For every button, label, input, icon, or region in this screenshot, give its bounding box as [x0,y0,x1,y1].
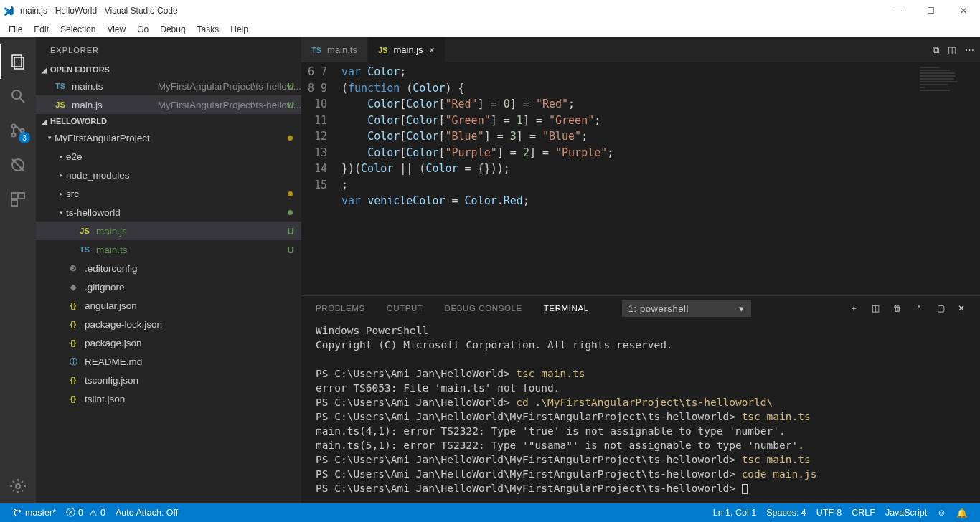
activity-explorer[interactable] [0,44,36,79]
panel-tab-terminal[interactable]: TERMINAL [544,304,589,313]
folder-item[interactable]: ▾MyFirstAngularProject [36,128,301,147]
close-button[interactable]: ✕ [947,0,980,22]
folder-item[interactable]: ▸src [36,184,301,203]
file-item[interactable]: {}package-lock.json [36,315,301,333]
status-spaces[interactable]: Spaces: 4 [761,508,811,518]
editor-tab[interactable]: TSmain.ts [301,37,368,62]
panel-tab-output[interactable]: OUTPUT [387,304,423,313]
status-problems[interactable]: ⓧ0 ⚠0 [61,507,110,519]
window-titlebar: main.js - HelloWorld - Visual Studio Cod… [0,0,980,22]
code-editor[interactable]: 6 7 8 9 10 11 12 13 14 15 var Color; (fu… [301,62,980,295]
status-branch[interactable]: master* [7,508,61,518]
editor-tabs: TSmain.tsJSmain.js×⧉◫⋯ [301,37,980,62]
menu-bar: FileEditSelectionViewGoDebugTasksHelp [0,22,980,37]
activity-scm[interactable]: 3 [0,113,36,148]
file-item[interactable]: ◆.gitignore [36,277,301,296]
close-panel-icon[interactable]: ✕ [958,303,966,313]
split-terminal-icon[interactable]: ◫ [872,303,880,313]
split-icon[interactable]: ◫ [948,44,956,55]
open-editors-header[interactable]: ◢OPEN EDITORS [36,62,301,77]
folder-item[interactable]: ▸e2e [36,147,301,166]
vcs-dot [288,136,293,141]
menu-tasks[interactable]: Tasks [192,23,225,36]
activity-search[interactable] [0,79,36,113]
file-item[interactable]: {}package.json [36,333,301,352]
file-name: main.js [72,100,154,110]
maximize-panel-icon[interactable]: ▢ [937,303,946,313]
file-icon: {} [66,376,80,384]
bottom-panel: PROBLEMSOUTPUTDEBUG CONSOLETERMINAL1: po… [301,295,980,503]
menu-edit[interactable]: Edit [28,23,55,36]
item-name: e2e [66,151,301,162]
file-icon: JS [53,100,67,109]
file-item[interactable]: {}tsconfig.json [36,371,301,389]
item-name: tsconfig.json [85,375,301,386]
item-name: MyFirstAngularProject [55,133,301,143]
code-content[interactable]: var Color; (function (Color) { Color[Col… [341,62,980,295]
status-encoding[interactable]: UTF-8 [811,508,847,518]
menu-view[interactable]: View [101,23,131,36]
svg-point-14 [14,514,15,516]
status-language[interactable]: JavaScript [880,508,932,518]
activity-debug[interactable] [0,148,36,182]
file-icon: TS [77,245,92,254]
file-name: main.ts [72,81,154,92]
svg-point-2 [12,90,21,99]
status-cursor[interactable]: Ln 1, Col 1 [708,508,761,518]
editor-tab[interactable]: JSmain.js× [368,37,446,62]
compare-icon[interactable]: ⧉ [933,44,939,56]
status-bell-icon[interactable]: 🔔 [951,508,973,518]
close-icon[interactable]: × [429,44,435,56]
menu-debug[interactable]: Debug [154,23,191,36]
open-editor-item[interactable]: TSmain.tsMyFirstAngularProject\ts-hellow… [36,77,301,95]
file-icon: {} [66,338,80,347]
panel-tab-debug-console[interactable]: DEBUG CONSOLE [445,304,522,313]
file-item[interactable]: {}angular.json [36,296,301,315]
open-editor-item[interactable]: JSmain.jsMyFirstAngularProject\ts-hellow… [36,95,301,114]
terminal-select[interactable]: 1: powershell▾ [622,300,751,317]
svg-rect-9 [11,193,17,199]
file-icon: JS [77,227,92,235]
panel-up-icon[interactable]: ＾ [915,303,924,314]
file-item[interactable]: TSmain.tsU [36,240,301,259]
file-item[interactable]: {}tslint.json [36,389,301,408]
chevron-down-icon: ▾ [739,303,745,314]
panel-tab-problems[interactable]: PROBLEMS [316,304,365,313]
file-icon: JS [378,46,387,54]
terminal[interactable]: Windows PowerShell Copyright (C) Microso… [301,321,980,503]
more-icon[interactable]: ⋯ [965,44,974,55]
file-item[interactable]: ⓘREADME.md [36,352,301,371]
svg-rect-11 [11,200,17,206]
file-icon: {} [66,394,80,403]
folder-item[interactable]: ▸node_modules [36,166,301,184]
kill-terminal-icon[interactable]: 🗑 [893,304,903,313]
repo-header[interactable]: ◢HELLOWORLD [36,114,301,128]
file-icon: ◆ [66,283,80,292]
file-item[interactable]: JSmain.jsU [36,222,301,240]
status-auto-attach[interactable]: Auto Attach: Off [110,508,183,518]
menu-help[interactable]: Help [225,23,254,36]
vscode-icon [0,5,17,16]
activity-settings[interactable] [0,469,36,503]
line-gutter: 6 7 8 9 10 11 12 13 14 15 [301,62,341,295]
maximize-button[interactable]: ☐ [914,0,947,22]
file-item[interactable]: ⚙.editorconfig [36,259,301,277]
status-feedback-icon[interactable]: ☺ [932,508,951,518]
menu-selection[interactable]: Selection [55,23,101,36]
minimize-button[interactable]: — [881,0,914,22]
panel-tabs: PROBLEMSOUTPUTDEBUG CONSOLETERMINAL1: po… [301,296,980,321]
file-icon: TS [53,82,67,90]
item-name: package.json [85,338,301,348]
new-terminal-icon[interactable]: ＋ [849,303,859,314]
menu-go[interactable]: Go [131,23,154,36]
status-eol[interactable]: CRLF [847,508,880,518]
minimap[interactable] [920,65,970,151]
tab-label: main.js [393,44,423,55]
folder-item[interactable]: ▾ts-helloworld [36,203,301,222]
svg-point-13 [14,509,15,511]
activity-bar: 3 [0,37,36,503]
svg-point-12 [16,484,20,488]
activity-extensions[interactable] [0,182,36,217]
vcs-dot [288,210,293,215]
menu-file[interactable]: File [3,23,28,36]
